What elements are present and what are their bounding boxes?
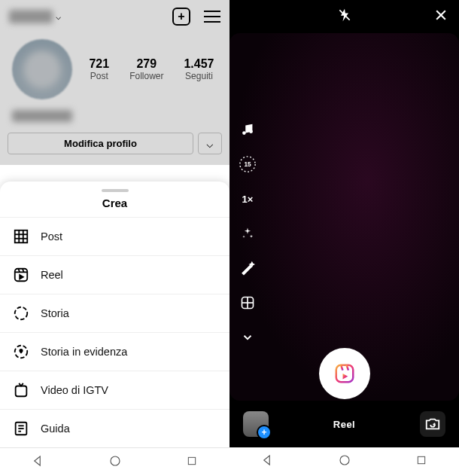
- sheet-item-igtv[interactable]: Video di IGTV: [0, 371, 230, 409]
- create-button[interactable]: +: [172, 8, 190, 26]
- svg-marker-9: [20, 275, 23, 279]
- svg-point-18: [111, 456, 120, 465]
- sheet-item-highlight[interactable]: Storia in evidenza: [0, 332, 230, 371]
- followers-stat[interactable]: 279 Follower: [129, 57, 163, 81]
- chevron-down-icon: ⌵: [56, 11, 61, 22]
- display-name: [12, 110, 72, 122]
- camera-mode-label[interactable]: Reel: [333, 419, 355, 430]
- svg-point-25: [249, 130, 253, 133]
- guide-icon: [12, 420, 30, 438]
- gallery-button[interactable]: [243, 411, 269, 437]
- nav-back-button[interactable]: [261, 453, 275, 470]
- menu-button[interactable]: [204, 11, 220, 23]
- highlight-icon: [12, 343, 30, 361]
- profile-header: ⌵ +: [0, 0, 230, 33]
- create-bottom-sheet: Crea Post Reel Storia Storia in evidenza: [0, 182, 230, 447]
- flash-off-icon[interactable]: [337, 8, 352, 26]
- system-nav-bar: [230, 447, 459, 476]
- svg-marker-28: [245, 228, 251, 234]
- capture-button[interactable]: [319, 348, 370, 399]
- chevron-down-icon: ⌵: [206, 136, 214, 151]
- sheet-item-label: Post: [41, 230, 62, 243]
- edit-profile-button[interactable]: Modifica profilo: [8, 133, 193, 154]
- igtv-icon: [12, 381, 30, 399]
- following-stat[interactable]: 1.457 Seguiti: [184, 57, 214, 81]
- svg-marker-39: [342, 374, 348, 380]
- followers-count: 279: [129, 57, 163, 71]
- switch-camera-button[interactable]: [420, 411, 445, 437]
- svg-text:15: 15: [244, 160, 251, 168]
- svg-rect-42: [418, 456, 424, 463]
- avatar[interactable]: [12, 39, 72, 99]
- grid-icon: [12, 227, 30, 246]
- suggested-users-button[interactable]: ⌵: [198, 133, 222, 154]
- sheet-item-label: Guida: [41, 423, 70, 435]
- sheet-item-guide[interactable]: Guida: [0, 409, 230, 447]
- nav-home-button[interactable]: [338, 453, 351, 470]
- svg-point-41: [340, 456, 349, 465]
- svg-marker-17: [35, 456, 41, 465]
- timer-button[interactable]: 15: [239, 155, 257, 173]
- plus-icon: +: [178, 10, 184, 23]
- posts-stat[interactable]: 721 Post: [89, 57, 109, 81]
- svg-marker-30: [242, 236, 245, 238]
- followers-label: Follower: [129, 71, 163, 81]
- story-icon: [12, 304, 30, 322]
- svg-rect-19: [188, 457, 195, 464]
- sheet-item-story[interactable]: Storia: [0, 294, 230, 332]
- touch-up-button[interactable]: [239, 259, 257, 277]
- username-text: [9, 10, 53, 23]
- effects-button[interactable]: [239, 224, 257, 243]
- sheet-item-reel[interactable]: Reel: [0, 255, 230, 294]
- posts-label: Post: [89, 71, 109, 81]
- svg-rect-12: [16, 386, 27, 397]
- more-tools-button[interactable]: [239, 328, 257, 346]
- svg-marker-40: [264, 456, 270, 465]
- nav-home-button[interactable]: [108, 454, 122, 471]
- nav-recents-button[interactable]: [186, 455, 198, 470]
- camera-bottom-bar: Reel: [230, 401, 459, 447]
- sheet-item-label: Reel: [41, 269, 63, 281]
- username-switcher[interactable]: ⌵: [9, 10, 61, 23]
- svg-point-10: [15, 307, 28, 320]
- nav-back-button[interactable]: [32, 454, 45, 471]
- system-nav-bar: [0, 447, 230, 476]
- sheet-title: Crea: [0, 197, 230, 217]
- sheet-grabber[interactable]: [102, 189, 129, 192]
- camera-viewport: [230, 33, 459, 401]
- reel-icon: [12, 266, 30, 284]
- svg-rect-35: [336, 365, 353, 383]
- posts-count: 721: [89, 57, 109, 71]
- svg-marker-29: [250, 235, 253, 238]
- svg-rect-0: [15, 230, 28, 243]
- sheet-item-post[interactable]: Post: [0, 217, 230, 255]
- camera-top-bar: [230, 0, 459, 33]
- svg-point-24: [242, 131, 246, 135]
- profile-info-row: 721 Post 279 Follower 1.457 Seguiti: [0, 33, 230, 107]
- following-label: Seguiti: [184, 71, 214, 81]
- audio-button[interactable]: [239, 121, 257, 139]
- sheet-item-label: Storia: [41, 307, 69, 319]
- nav-recents-button[interactable]: [415, 454, 427, 469]
- close-button[interactable]: [433, 8, 448, 27]
- sheet-item-label: Storia in evidenza: [41, 346, 127, 358]
- following-count: 1.457: [184, 57, 214, 71]
- speed-button[interactable]: 1×: [239, 190, 257, 208]
- svg-rect-5: [15, 269, 28, 282]
- reel-tool-rail: 15 1×: [239, 121, 257, 346]
- layout-button[interactable]: [239, 294, 257, 312]
- sheet-item-label: Video di IGTV: [41, 384, 108, 396]
- reel-capture-icon: [328, 357, 361, 390]
